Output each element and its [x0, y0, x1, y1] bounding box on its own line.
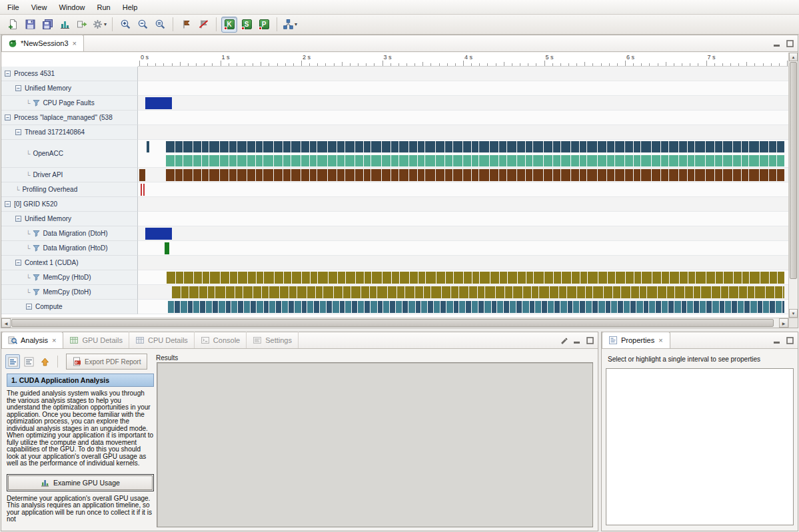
timeline-interval[interactable] [682, 301, 686, 313]
timeline-interval[interactable] [209, 169, 219, 181]
horizontal-scrollbar[interactable]: ◀ ▶ [1, 318, 788, 328]
timeline-interval[interactable] [478, 286, 484, 298]
timeline-interval[interactable] [425, 155, 435, 166]
timeline-interval[interactable] [472, 141, 478, 152]
timeline-interval[interactable] [226, 286, 235, 298]
timeline-interval[interactable] [220, 169, 229, 181]
timeline-interval[interactable] [251, 301, 256, 313]
timeline-interval[interactable] [763, 301, 769, 313]
timeline-interval[interactable] [572, 272, 580, 284]
timeline-interval[interactable] [720, 301, 724, 313]
timeline-row-label[interactable]: −Unified Memory [1, 212, 138, 226]
timeline-interval[interactable] [425, 169, 435, 181]
timeline-interval[interactable] [630, 301, 636, 313]
timeline-interval[interactable] [733, 169, 741, 181]
timeline-interval[interactable] [526, 141, 532, 152]
guided-analysis-icon[interactable] [5, 354, 20, 369]
timeline-interval[interactable] [626, 272, 634, 284]
timeline-interval[interactable] [243, 286, 253, 298]
timeline-interval[interactable] [352, 301, 357, 313]
timeline-interval[interactable] [383, 301, 389, 313]
timeline-interval[interactable] [644, 301, 648, 313]
timeline-interval[interactable] [409, 141, 417, 152]
timeline-interval[interactable] [777, 155, 784, 166]
analysis-menu-icon[interactable]: ▾ [282, 17, 298, 33]
timeline-interval[interactable] [451, 286, 458, 298]
timeline-interval[interactable] [189, 286, 199, 298]
timeline-interval[interactable] [706, 301, 712, 313]
timeline-interval[interactable] [479, 141, 489, 152]
timeline-interval[interactable] [463, 155, 471, 166]
menu-item-file[interactable]: File [1, 1, 25, 13]
timeline-interval[interactable] [674, 301, 681, 313]
timeline-interval[interactable] [323, 286, 333, 298]
timeline-interval[interactable] [652, 155, 660, 166]
timeline-interval[interactable] [466, 301, 471, 313]
timeline-interval[interactable] [200, 301, 205, 313]
timeline-interval[interactable] [750, 272, 760, 284]
timeline-interval[interactable] [297, 286, 307, 298]
timeline-interval[interactable] [463, 169, 471, 181]
timeline-interval[interactable] [472, 169, 478, 181]
tab-gpu-details[interactable]: GPU Details [63, 332, 129, 348]
timeline-interval[interactable] [621, 286, 630, 298]
zoom-fit-icon[interactable] [152, 17, 168, 33]
timeline-interval[interactable] [416, 301, 420, 313]
timeline-interval[interactable] [145, 228, 172, 240]
timeline-interval[interactable] [479, 169, 489, 181]
timeline-interval[interactable] [647, 286, 657, 298]
timeline-interval[interactable] [256, 141, 263, 152]
timeline-interval[interactable] [688, 272, 695, 284]
timeline-interval[interactable] [166, 169, 175, 181]
timeline-interval[interactable] [392, 272, 399, 284]
timeline-interval[interactable] [302, 301, 307, 313]
timeline-interval[interactable] [490, 169, 498, 181]
timeline-interval[interactable] [382, 155, 391, 166]
timeline-row-label[interactable]: −Process 4531 [1, 67, 138, 81]
timeline-interval[interactable] [634, 155, 640, 166]
timeline-interval[interactable] [147, 141, 149, 152]
timeline-interval[interactable] [402, 301, 408, 313]
timeline-row-label[interactable]: −Process "laplace_managed" (538 [1, 111, 138, 125]
process-timeline-toggle[interactable]: P [256, 17, 272, 33]
run-settings-icon[interactable]: ▾ [91, 17, 107, 33]
timeline-interval[interactable] [445, 155, 452, 166]
timeline-interval[interactable] [777, 141, 784, 152]
timeline-row-track[interactable] [138, 256, 788, 270]
timeline-interval[interactable] [355, 169, 363, 181]
timeline-interval[interactable] [695, 141, 705, 152]
timeline-interval[interactable] [405, 286, 414, 298]
tab-session[interactable]: *NewSession3 × [1, 35, 84, 51]
timeline-row-track[interactable] [138, 182, 788, 197]
timeline-interval[interactable] [410, 272, 418, 284]
timeline-interval[interactable] [421, 301, 427, 313]
timeline-interval[interactable] [291, 141, 301, 152]
horizontal-scroll-thumb[interactable] [11, 319, 774, 327]
timeline-interval[interactable] [499, 155, 506, 166]
timeline-interval[interactable] [634, 141, 640, 152]
timeline-interval[interactable] [700, 301, 706, 313]
timeline-interval[interactable] [202, 141, 209, 152]
timeline-interval[interactable] [409, 155, 417, 166]
collapse-toggle-icon[interactable]: − [26, 304, 32, 310]
timeline-interval[interactable] [436, 169, 444, 181]
timeline-interval[interactable] [667, 286, 674, 298]
timeline-interval[interactable] [701, 286, 711, 298]
timeline-interval[interactable] [415, 286, 423, 298]
timeline-interval[interactable] [446, 301, 453, 313]
timeline-interval[interactable] [328, 155, 337, 166]
timeline-interval[interactable] [221, 272, 229, 284]
timeline-interval[interactable] [553, 141, 560, 152]
timeline-interval[interactable] [479, 155, 489, 166]
timeline-interval[interactable] [749, 155, 759, 166]
timeline-interval[interactable] [507, 141, 516, 152]
timeline-interval[interactable] [399, 141, 408, 152]
close-icon[interactable]: × [72, 40, 77, 47]
timeline-interval[interactable] [661, 141, 668, 152]
timeline-interval[interactable] [593, 286, 603, 298]
timeline-interval[interactable] [577, 286, 585, 298]
timeline-interval[interactable] [275, 272, 283, 284]
timeline-interval[interactable] [561, 141, 570, 152]
timeline-interval[interactable] [478, 301, 484, 313]
timeline-interval[interactable] [615, 169, 624, 181]
